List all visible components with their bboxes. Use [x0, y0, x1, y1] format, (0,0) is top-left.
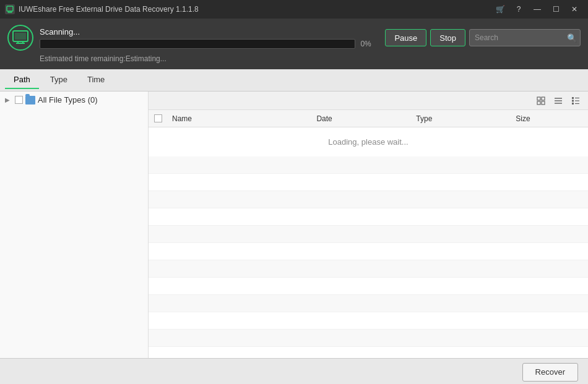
svg-rect-11	[537, 101, 540, 105]
col-date-header: Date	[311, 114, 411, 123]
folder-icon	[25, 96, 35, 105]
title-bar: IUWEshare Free External Drive Data Recov…	[0, 0, 588, 19]
tree-root-label: All File Types (0)	[38, 95, 98, 105]
scan-info: Scanning... 0%	[40, 27, 379, 49]
col-type-header: Type	[411, 114, 511, 123]
shop-button[interactable]: 🛒	[491, 3, 509, 15]
svg-rect-16	[572, 97, 574, 99]
col-size-header: Size	[511, 114, 588, 123]
scan-icon	[7, 25, 33, 51]
tab-type[interactable]: Type	[41, 71, 76, 89]
tree-arrow-icon: ▶	[5, 96, 12, 103]
pause-button[interactable]: Pause	[385, 29, 426, 46]
svg-rect-12	[542, 101, 545, 105]
main-content: ▶ All File Types (0) Name Date	[0, 92, 588, 358]
search-input[interactable]	[469, 29, 581, 46]
app-icon	[5, 4, 15, 14]
minimize-button[interactable]: —	[529, 3, 546, 15]
detail-view-button[interactable]	[568, 93, 583, 108]
progress-percent: 0%	[360, 40, 379, 48]
tab-bar: Path Type Time	[0, 69, 588, 92]
svg-rect-5	[15, 33, 26, 40]
scan-area: Scanning... 0% Pause Stop 🔍 Estimated ti…	[0, 19, 588, 69]
col-name-header: Name	[167, 114, 311, 123]
svg-rect-20	[572, 103, 574, 105]
file-row	[149, 226, 588, 243]
scan-controls: Pause Stop 🔍	[385, 29, 581, 46]
file-list-header	[149, 92, 588, 110]
bottom-bar: Recover	[0, 358, 588, 384]
scan-status: Scanning...	[40, 27, 379, 36]
header-tools	[534, 93, 583, 108]
right-panel: Name Date Type Size Loading, please wait…	[149, 92, 588, 358]
tab-time[interactable]: Time	[79, 71, 113, 89]
maximize-button[interactable]: ☐	[547, 3, 564, 15]
select-all-checkbox[interactable]	[154, 114, 162, 122]
tab-path[interactable]: Path	[5, 71, 39, 89]
file-row	[149, 191, 588, 208]
close-button[interactable]: ✕	[566, 3, 583, 15]
file-row	[149, 174, 588, 191]
file-row	[149, 295, 588, 312]
estimate-text: Estimated time remaining:Estimating...	[40, 54, 166, 63]
list-view-button[interactable]	[551, 93, 566, 108]
progress-bar-container	[40, 39, 355, 49]
file-row	[149, 243, 588, 260]
file-rows: Loading, please wait...	[149, 127, 588, 358]
svg-rect-9	[537, 97, 540, 100]
file-row	[149, 330, 588, 347]
svg-rect-10	[542, 97, 545, 100]
file-row	[149, 312, 588, 330]
left-panel: ▶ All File Types (0)	[0, 92, 149, 358]
file-row	[149, 156, 588, 174]
recover-button[interactable]: Recover	[522, 363, 578, 382]
tree-root-item[interactable]: ▶ All File Types (0)	[0, 92, 148, 108]
help-button[interactable]: ?	[510, 3, 527, 15]
file-row	[149, 260, 588, 278]
loading-text: Loading, please wait...	[149, 127, 588, 156]
file-row	[149, 278, 588, 295]
svg-rect-18	[572, 100, 574, 101]
svg-rect-0	[7, 6, 13, 11]
column-headers: Name Date Type Size	[149, 110, 588, 127]
search-icon: 🔍	[567, 33, 577, 43]
stop-button[interactable]: Stop	[430, 29, 465, 46]
window-controls: 🛒 ? — ☐ ✕	[491, 3, 583, 15]
app-title: IUWEshare Free External Drive Data Recov…	[19, 5, 199, 14]
tree-root-checkbox[interactable]	[15, 96, 23, 104]
grid-view-button[interactable]	[534, 93, 548, 108]
search-wrap: 🔍	[469, 29, 581, 46]
file-row	[149, 347, 588, 358]
file-row	[149, 208, 588, 226]
